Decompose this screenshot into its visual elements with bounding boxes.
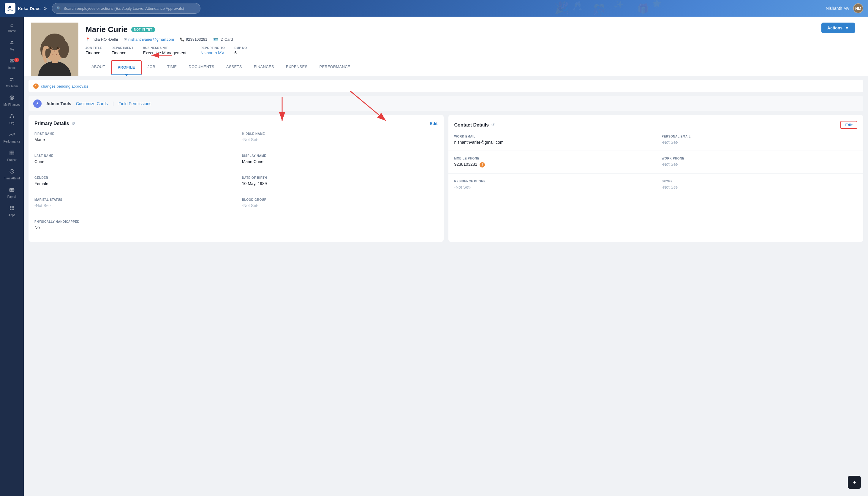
marital-status-label: MARITAL STATUS <box>34 198 230 201</box>
name-fields-row: FIRST NAME Marie MIDDLE NAME -Not Set- <box>34 132 438 142</box>
tab-expenses[interactable]: EXPENSES <box>280 60 314 75</box>
search-bar[interactable]: 🔍 <box>52 3 201 14</box>
contact-details-edit-button[interactable]: Edit <box>840 121 857 129</box>
actions-button[interactable]: Actions ▼ <box>821 22 855 33</box>
separator: | <box>113 101 114 106</box>
work-phone-field: WORK PHONE -Not Set- <box>662 157 857 168</box>
tab-finances[interactable]: FINANCES <box>248 60 280 75</box>
keka-logo[interactable] <box>5 3 15 14</box>
first-name-value: Marie <box>34 137 230 142</box>
pending-notice: 1 changes pending approvals <box>29 80 863 92</box>
tab-time[interactable]: TIME <box>161 60 183 75</box>
sidebar-item-me[interactable]: Me <box>0 37 24 54</box>
tab-assets[interactable]: ASSETS <box>220 60 248 75</box>
handicapped-row: PHYSICALLY HANDICAPPED No <box>34 220 438 230</box>
work-phone-label: WORK PHONE <box>662 157 857 160</box>
search-input[interactable] <box>64 6 196 11</box>
field-permissions-link[interactable]: Field Permissions <box>119 101 151 106</box>
profile-meta: 📍 India HO -Delhi ✉ nishanthvarier@gmail… <box>85 37 861 42</box>
first-name-label: FIRST NAME <box>34 132 230 136</box>
sidebar-item-label: My Finances <box>3 103 20 106</box>
dob-value: 10 May, 1989 <box>242 181 438 186</box>
divider6 <box>448 173 864 174</box>
phone-item: 📞 9238103281 <box>180 37 207 42</box>
sparkle-icon: ✦ <box>853 480 856 485</box>
residence-skype-row: RESIDENCE PHONE -Not Set- SKYPE -Not Set… <box>454 180 857 189</box>
logo-area: Keka Docs ⚙ <box>5 3 47 14</box>
personal-email-field: PERSONAL EMAIL -Not Set- <box>662 135 857 145</box>
cards-container: Primary Details ↺ Edit FIRST NAME Marie … <box>24 115 868 247</box>
tab-performance[interactable]: PERFORMANCE <box>313 60 356 75</box>
reporting-to-field: REPORTING TO Nishanth MV <box>201 46 225 55</box>
tab-active-indicator <box>124 74 129 76</box>
first-name-field: FIRST NAME Marie <box>34 132 230 142</box>
tab-documents[interactable]: DOCUMENTS <box>183 60 220 75</box>
blood-group-label: BLOOD GROUP <box>242 198 438 201</box>
phone-icon: 📞 <box>180 37 185 42</box>
work-email-value: nishanthvarier@gmail.com <box>454 140 650 145</box>
sidebar-item-org[interactable]: Org <box>0 110 24 128</box>
sidebar-item-time-attend[interactable]: Time Attend <box>0 166 24 183</box>
svg-point-0 <box>9 6 11 8</box>
display-name-label: DISPLAY NAME <box>242 154 438 157</box>
contact-details-card: Contact Details ↺ Edit WORK EMAIL nishan… <box>448 115 864 242</box>
sidebar-item-label: Time Attend <box>4 177 20 180</box>
profile-info: Marie Curie NOT IN YET 📍 India HO -Delhi… <box>85 22 861 76</box>
svg-rect-20 <box>13 206 14 207</box>
last-name-row: LAST NAME Curie DISPLAY NAME Marie Curie <box>34 154 438 164</box>
email-link[interactable]: nishanthvarier@gmail.com <box>128 37 174 42</box>
divider2 <box>29 170 444 170</box>
primary-details-header: Primary Details ↺ Edit <box>34 121 438 126</box>
primary-details-edit-button[interactable]: Edit <box>430 121 438 126</box>
profile-header: Marie Curie NOT IN YET 📍 India HO -Delhi… <box>24 17 868 76</box>
id-card-link[interactable]: 🪪 ID Card <box>213 37 233 42</box>
id-card-icon: 🪪 <box>213 37 218 42</box>
tab-about[interactable]: ABOUT <box>85 60 111 75</box>
pending-link[interactable]: changes pending approvals <box>41 84 88 89</box>
divider3 <box>29 192 444 192</box>
sidebar-item-my-finances[interactable]: My Finances <box>0 92 24 109</box>
reporting-to-label: REPORTING TO <box>201 46 225 50</box>
admin-tools-label: Admin Tools <box>46 101 71 106</box>
sidebar-item-project[interactable]: Project <box>0 147 24 165</box>
primary-details-title: Primary Details ↺ <box>34 121 75 126</box>
business-unit-field: BUSINESS UNIT Executive Management ... <box>143 46 191 55</box>
skype-label: SKYPE <box>662 180 857 183</box>
sidebar-item-my-team[interactable]: My Team <box>0 74 24 91</box>
phone-row: MOBILE PHONE 9238103281 ! WORK PHONE -No… <box>454 157 857 168</box>
personal-email-value: -Not Set- <box>662 140 857 145</box>
email-icon: ✉ <box>124 37 127 42</box>
blood-group-value: -Not Set- <box>242 203 438 208</box>
sidebar-item-performance[interactable]: Performance <box>0 129 24 146</box>
pending-count: 1 <box>33 83 38 89</box>
contact-history-icon[interactable]: ↺ <box>491 123 495 127</box>
content-area: Marie Curie NOT IN YET 📍 India HO -Delhi… <box>24 17 868 496</box>
department-label: DEPARTMENT <box>112 46 133 50</box>
customize-cards-link[interactable]: Customize Cards <box>76 101 108 106</box>
handicapped-field: PHYSICALLY HANDICAPPED No <box>34 220 230 230</box>
middle-name-value: -Not Set- <box>242 137 438 142</box>
history-icon[interactable]: ↺ <box>72 121 75 126</box>
ai-assistant-button[interactable]: ✦ <box>848 476 861 489</box>
user-avatar[interactable]: NM <box>853 3 863 13</box>
sidebar-item-inbox[interactable]: 8 Inbox <box>0 55 24 73</box>
sidebar-item-apps[interactable]: Apps <box>0 203 24 220</box>
employee-name: Marie Curie <box>85 25 128 34</box>
tab-job[interactable]: JOB <box>142 60 161 75</box>
sidebar-item-payroll[interactable]: Payroll <box>0 184 24 201</box>
sidebar-item-label: Inbox <box>8 66 15 69</box>
sidebar-item-home[interactable]: ⌂ Home <box>0 19 24 36</box>
svg-point-1 <box>11 41 13 43</box>
contact-details-header: Contact Details ↺ Edit <box>454 121 857 129</box>
tab-profile[interactable]: PROFILE <box>111 60 141 75</box>
inbox-icon <box>9 58 15 65</box>
emp-no-label: EMP NO <box>234 46 247 50</box>
sidebar-item-label: Apps <box>9 214 15 217</box>
company-name: Keka Docs <box>18 6 41 11</box>
email-row: WORK EMAIL nishanthvarier@gmail.com PERS… <box>454 135 857 145</box>
sidebar-item-label: Me <box>10 48 14 51</box>
settings-icon[interactable]: ⚙ <box>43 6 47 11</box>
middle-name-label: MIDDLE NAME <box>242 132 438 136</box>
divider1 <box>29 148 444 148</box>
reporting-to-value[interactable]: Nishanth MV <box>201 50 225 55</box>
